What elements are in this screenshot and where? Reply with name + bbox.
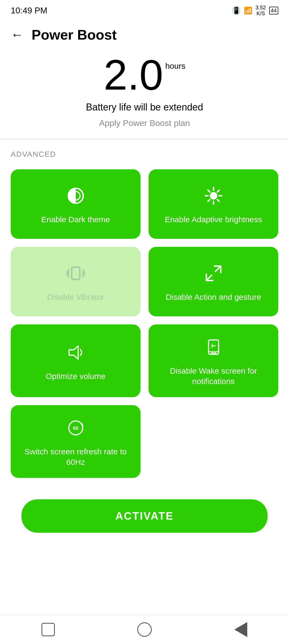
- page-title: Power Boost: [32, 27, 117, 43]
- hours-unit: hours: [165, 62, 185, 71]
- svg-marker-22: [69, 346, 78, 359]
- recents-icon: [41, 623, 55, 636]
- dark-theme-label: Enable Dark theme: [41, 214, 110, 225]
- activate-label: ACTIVATE: [115, 510, 174, 522]
- svg-line-10: [208, 200, 210, 201]
- wake-screen-label: Disable Wake screen for notifications: [157, 366, 270, 386]
- refresh-rate-label: Switch screen refresh rate to 60Hz: [19, 446, 132, 467]
- bottom-navigation: [0, 615, 289, 644]
- apply-plan-text: Apply Power Boost plan: [11, 118, 278, 128]
- battery-icon: 44: [269, 7, 278, 14]
- card-dark-theme[interactable]: Enable Dark theme: [11, 169, 140, 239]
- svg-text:60: 60: [73, 425, 78, 431]
- card-adaptive-brightness[interactable]: Enable Adaptive brightness: [149, 169, 278, 239]
- refresh-rate-row: 60 Switch screen refresh rate to 60Hz: [0, 405, 289, 478]
- header: ← Power Boost: [0, 19, 289, 48]
- refresh-icon: 60: [66, 419, 85, 440]
- optimize-volume-label: Optimize volume: [46, 371, 105, 381]
- svg-rect-23: [208, 340, 219, 354]
- vibrate-icon: [66, 264, 85, 285]
- vibrate-status-icon: 📳: [232, 6, 241, 15]
- adaptive-brightness-label: Enable Adaptive brightness: [165, 214, 262, 225]
- svg-line-21: [206, 275, 212, 281]
- card-wake-screen[interactable]: Disable Wake screen for notifications: [149, 324, 278, 397]
- theme-icon: [66, 186, 85, 208]
- card-refresh-rate[interactable]: 60 Switch screen refresh rate to 60Hz: [11, 405, 140, 478]
- status-icons: 📳 📶 3.52 K/S 44: [232, 5, 278, 16]
- activate-button[interactable]: ACTIVATE: [21, 499, 268, 533]
- nav-recents-button[interactable]: [37, 619, 59, 640]
- hero-section: 2.0 hours Battery life will be extended …: [0, 48, 289, 128]
- card-optimize-volume[interactable]: Optimize volume: [11, 324, 140, 397]
- cards-grid: Enable Dark theme Enable Adaptive bright…: [0, 169, 289, 397]
- nav-home-button[interactable]: [134, 619, 155, 640]
- svg-line-9: [217, 190, 219, 192]
- battery-percent: 44: [269, 7, 278, 14]
- vibrator-label: Disable Vibrator: [47, 292, 104, 302]
- network-speed: 3.52 K/S: [256, 5, 266, 16]
- battery-extend-text: Battery life will be extended: [11, 102, 278, 113]
- svg-point-2: [210, 192, 217, 200]
- back-button[interactable]: ←: [11, 28, 24, 41]
- hours-number: 2.0: [104, 53, 163, 96]
- wifi-icon: 📶: [244, 6, 252, 15]
- wake-icon: [204, 338, 223, 359]
- volume-icon: [66, 343, 85, 365]
- home-icon: [137, 622, 152, 637]
- svg-line-7: [208, 190, 210, 192]
- nav-back-button[interactable]: [230, 619, 252, 640]
- action-gesture-label: Disable Action and gesture: [166, 292, 261, 302]
- brightness-icon: [204, 186, 223, 208]
- svg-rect-11: [72, 267, 80, 279]
- svg-line-8: [217, 200, 219, 201]
- card-action-gesture[interactable]: Disable Action and gesture: [149, 247, 278, 316]
- svg-line-18: [215, 266, 221, 271]
- hours-display: 2.0 hours: [11, 53, 278, 96]
- card-vibrator[interactable]: Disable Vibrator: [11, 247, 140, 316]
- activate-section: ACTIVATE: [0, 486, 289, 592]
- advanced-label: ADVANCED: [0, 150, 289, 159]
- status-bar: 10:49 PM 📳 📶 3.52 K/S 44: [0, 0, 289, 19]
- gesture-icon: [204, 264, 223, 285]
- section-divider: [0, 139, 289, 139]
- status-time: 10:49 PM: [11, 6, 47, 16]
- svg-rect-25: [211, 352, 216, 354]
- back-icon: [234, 622, 247, 637]
